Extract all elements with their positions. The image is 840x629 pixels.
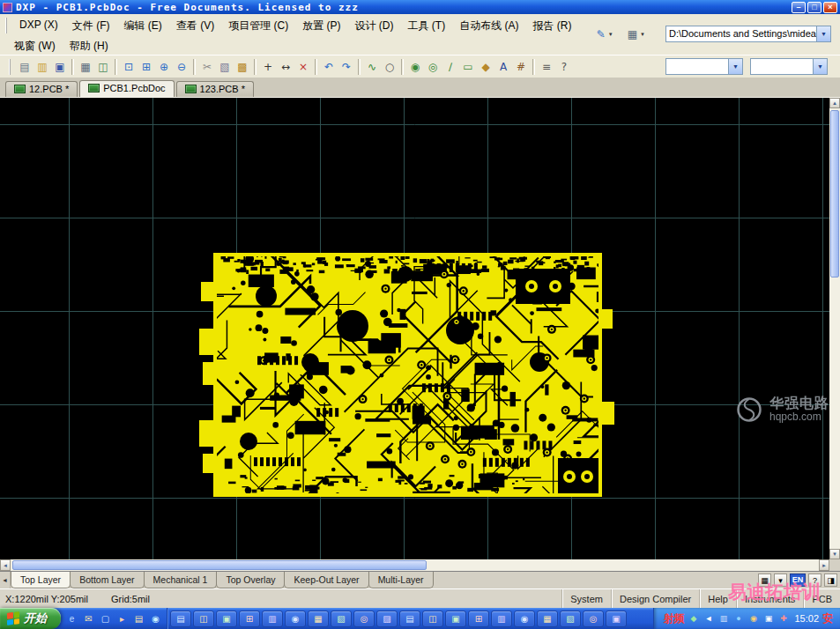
scroll-up-icon[interactable]: ▲ — [829, 98, 840, 108]
taskbar-window-button[interactable]: ⊞ — [468, 610, 489, 627]
toolbar-grip[interactable] — [5, 18, 9, 33]
taskbar-window-button[interactable]: ▧ — [560, 610, 581, 627]
layer-tab-keep-out-layer[interactable]: Keep-Out Layer — [284, 572, 368, 588]
panels-icon[interactable]: ◨ — [824, 574, 837, 587]
find-similar-icon[interactable]: ○ — [381, 58, 398, 76]
new-document-icon[interactable]: ▤ — [16, 58, 33, 76]
taskbar-window-button[interactable]: ▦ — [537, 610, 558, 627]
taskbar-window-button[interactable]: ▨ — [376, 610, 398, 627]
ime-tray-icon[interactable]: ▣ — [762, 613, 774, 625]
panel-button-system[interactable]: System — [561, 589, 611, 608]
layer-tab-top-layer[interactable]: Top Layer — [11, 572, 71, 588]
path-combobox[interactable]: D:\Documents and Settings\midea\桌面 ▼ — [665, 26, 831, 42]
vertical-scroll-thumb[interactable] — [830, 110, 839, 278]
mail-icon[interactable]: ✉ — [82, 612, 95, 625]
cut-icon[interactable]: ✂ — [198, 58, 216, 76]
antivirus-tray-icon[interactable]: ◆ — [688, 613, 699, 625]
doc-tab-pcb1-pcbdoc[interactable]: PCB1.PcbDoc — [79, 80, 174, 97]
wiring-tools-button[interactable]: ✎▼ — [594, 27, 616, 41]
place-via-icon[interactable]: ◎ — [424, 58, 442, 76]
taskbar-window-button[interactable]: ▤ — [170, 610, 191, 627]
taskbar-window-button[interactable]: ▣ — [445, 610, 466, 627]
place-pad-icon[interactable]: ◉ — [406, 58, 424, 76]
layer-tab-bottom-layer[interactable]: Bottom Layer — [70, 572, 144, 588]
vertical-scrollbar[interactable]: ▲ ▼ — [829, 98, 840, 559]
taskbar-window-button[interactable]: ▥ — [491, 610, 512, 627]
menu-tools[interactable]: 工具 (T) — [400, 17, 452, 35]
taskbar-window-button[interactable]: ◫ — [193, 610, 214, 627]
zoom-area-icon[interactable]: ⊞ — [138, 58, 155, 76]
media-player-icon[interactable]: ▸ — [115, 612, 129, 625]
undo-icon[interactable]: ↶ — [320, 58, 338, 76]
taskbar-window-button[interactable]: ◎ — [353, 610, 375, 627]
network-tray-icon[interactable]: ▥ — [717, 613, 729, 625]
chevron-down-icon[interactable]: ▼ — [728, 59, 742, 74]
zoom-fit-document-icon[interactable]: ⊡ — [120, 58, 138, 76]
taskbar-window-button[interactable]: ▤ — [399, 610, 420, 627]
clear-filter-icon[interactable]: × — [294, 58, 312, 76]
menu-place[interactable]: 放置 (P) — [295, 17, 347, 35]
show-desktop-icon[interactable]: ▢ — [99, 612, 112, 625]
layer-tab-mechanical-1[interactable]: Mechanical 1 — [144, 572, 218, 588]
print-icon[interactable]: ▦ — [77, 58, 94, 76]
layer-tabs-scroll-left-button[interactable]: ◄ — [0, 572, 11, 588]
taskbar-window-button[interactable]: ◉ — [514, 610, 535, 627]
messenger-icon[interactable]: ◉ — [149, 612, 162, 625]
messenger-tray-icon[interactable]: ● — [732, 613, 744, 625]
toolbar-grip[interactable] — [9, 59, 12, 75]
chevron-down-icon[interactable]: ▼ — [816, 26, 830, 41]
minimize-button[interactable]: – — [792, 2, 806, 13]
panel-button-design-compiler[interactable]: Design Compiler — [611, 589, 699, 608]
menu-design[interactable]: 设计 (D) — [347, 17, 400, 35]
horizontal-scrollbar[interactable]: ◄ ► — [0, 559, 829, 571]
close-button[interactable]: × — [823, 2, 837, 13]
print-preview-icon[interactable]: ◫ — [94, 58, 112, 76]
taskbar-window-button[interactable]: ▧ — [331, 610, 352, 627]
taskbar-window-button[interactable]: ◉ — [285, 610, 306, 627]
menu-edit[interactable]: 编辑 (E) — [116, 17, 168, 35]
interactive-routing-icon[interactable]: ∿ — [363, 58, 381, 76]
update-tray-icon[interactable]: ◉ — [747, 613, 759, 625]
help-cursor-icon[interactable]: ? — [555, 58, 573, 76]
menu-reports[interactable]: 报告 (R) — [525, 17, 578, 35]
taskbar-window-button[interactable]: ▥ — [262, 610, 283, 627]
pcb-canvas[interactable] — [0, 98, 829, 559]
menu-autoroute[interactable]: 自动布线 (A) — [452, 17, 525, 35]
open-document-icon[interactable]: ▥ — [33, 58, 51, 76]
horizontal-scroll-thumb[interactable] — [12, 560, 427, 570]
place-fill-icon[interactable]: ▭ — [459, 58, 477, 76]
taskbar-window-button[interactable]: ▣ — [606, 610, 627, 627]
component-combobox[interactable]: ▼ — [665, 58, 743, 75]
chevron-down-icon[interactable]: ▼ — [813, 59, 827, 74]
place-dimension-icon[interactable]: # — [512, 58, 530, 76]
zoom-out-icon[interactable]: ⊖ — [173, 58, 190, 76]
menu-project[interactable]: 项目管理 (C) — [221, 17, 295, 35]
scroll-down-icon[interactable]: ▼ — [829, 549, 840, 559]
menu-dxp[interactable]: DXP (X) — [12, 17, 65, 35]
menu-file[interactable]: 文件 (F) — [65, 17, 117, 35]
place-polygon-icon[interactable]: ◆ — [477, 58, 494, 76]
safety-tray-icon[interactable]: ✚ — [777, 613, 789, 625]
move-component-icon[interactable]: ↔ — [277, 58, 294, 76]
menu-help[interactable]: 帮助 (H) — [63, 37, 115, 56]
place-line-icon[interactable]: ∕ — [442, 58, 459, 76]
print-tools-button[interactable]: ▦▼ — [625, 27, 648, 41]
scroll-right-icon[interactable]: ► — [819, 559, 829, 571]
doc-tab-12-pcb[interactable]: 12.PCB * — [5, 81, 78, 97]
crosshair-icon[interactable]: + — [259, 58, 277, 76]
taskbar-window-button[interactable]: ▦ — [308, 610, 329, 627]
copy-icon[interactable]: ▧ — [216, 58, 234, 76]
doc-tab-123-pcb[interactable]: 123.PCB * — [176, 81, 254, 97]
folder-icon[interactable]: ▤ — [132, 612, 145, 625]
internet-explorer-icon[interactable]: e — [65, 612, 78, 625]
place-string-icon[interactable]: A — [494, 58, 512, 76]
taskbar-window-button[interactable]: ◎ — [583, 610, 604, 627]
taskbar-window-button[interactable]: ▣ — [216, 610, 237, 627]
save-document-icon[interactable]: ▣ — [51, 58, 69, 76]
maximize-button[interactable]: □ — [807, 2, 821, 13]
zoom-in-icon[interactable]: ⊕ — [155, 58, 173, 76]
layer-tab-multi-layer[interactable]: Multi-Layer — [368, 572, 434, 588]
board-wizard-icon[interactable]: ≡ — [538, 58, 555, 76]
redo-icon[interactable]: ↷ — [338, 58, 355, 76]
volume-tray-icon[interactable]: ◄ — [702, 613, 714, 625]
